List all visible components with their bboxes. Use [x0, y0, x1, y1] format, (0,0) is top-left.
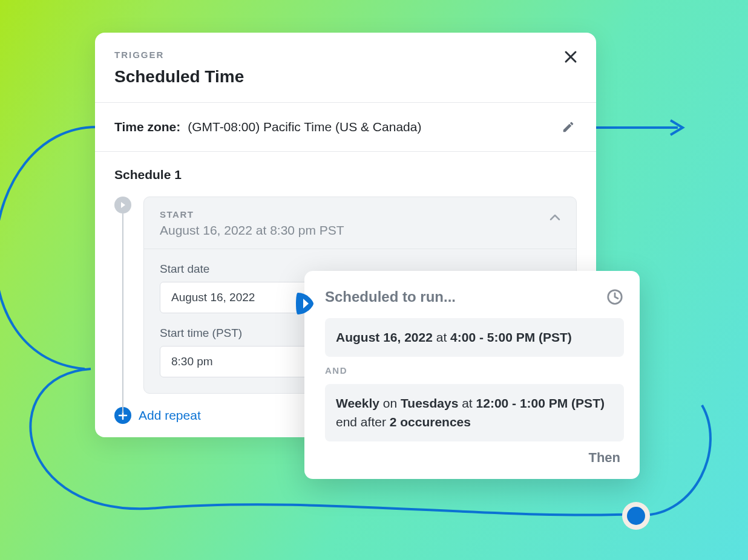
- entry2-day: Tuesdays: [401, 396, 458, 410]
- start-summary: August 16, 2022 at 8:30 pm PST: [160, 223, 344, 238]
- entry2-at: at: [458, 396, 476, 410]
- schedule-title: Schedule 1: [114, 168, 577, 182]
- popup-header: Scheduled to run...: [325, 288, 624, 306]
- and-separator: AND: [325, 365, 624, 376]
- timezone-text: Time zone: (GMT-08:00) Pacific Time (US …: [114, 120, 421, 134]
- play-icon: [119, 201, 126, 209]
- schedule-entry-2: Weekly on Tuesdays at 12:00 - 1:00 PM (P…: [325, 384, 624, 441]
- panel-kicker: TRIGGER: [114, 50, 577, 60]
- entry1-date: August 16, 2022: [336, 330, 433, 344]
- entry2-time: 12:00 - 1:00 PM (PST): [476, 396, 605, 410]
- schedule-entry-1: August 16, 2022 at 4:00 - 5:00 PM (PST): [325, 318, 624, 357]
- start-card-header[interactable]: START August 16, 2022 at 8:30 pm PST: [144, 197, 576, 249]
- timezone-label: Time zone:: [114, 120, 180, 134]
- panel-header: TRIGGER Scheduled Time: [95, 33, 596, 103]
- pencil-icon: [562, 120, 575, 134]
- panel-title: Scheduled Time: [114, 67, 577, 86]
- entry2-end: end after: [336, 415, 390, 429]
- chevron-up-icon: [550, 214, 560, 221]
- popup-title: Scheduled to run...: [325, 288, 456, 305]
- timezone-value: (GMT-08:00) Pacific Time (US & Canada): [188, 120, 421, 134]
- entry1-time: 4:00 - 5:00 PM (PST): [450, 330, 572, 344]
- close-button[interactable]: [562, 48, 579, 65]
- connector-dot-icon: [627, 507, 645, 525]
- clock-icon: [606, 288, 624, 306]
- entry1-at: at: [433, 330, 450, 344]
- close-icon: [564, 50, 577, 63]
- add-repeat-label: Add repeat: [139, 408, 201, 423]
- flow-connector-node[interactable]: [622, 502, 650, 530]
- timeline-line: [122, 213, 123, 413]
- then-label: Then: [325, 450, 624, 466]
- scheduled-popup: Scheduled to run... August 16, 2022 at 4…: [304, 271, 640, 479]
- entry2-count: 2 occurences: [390, 415, 471, 429]
- edit-timezone-button[interactable]: [560, 119, 577, 135]
- popup-pointer-icon: [294, 290, 316, 317]
- timezone-row: Time zone: (GMT-08:00) Pacific Time (US …: [95, 103, 596, 152]
- collapse-toggle[interactable]: [550, 213, 560, 224]
- timeline-start-node: [114, 197, 131, 213]
- entry2-freq: Weekly: [336, 396, 379, 410]
- entry2-on: on: [379, 396, 401, 410]
- start-label: START: [160, 209, 344, 220]
- timeline-rail: [114, 197, 131, 394]
